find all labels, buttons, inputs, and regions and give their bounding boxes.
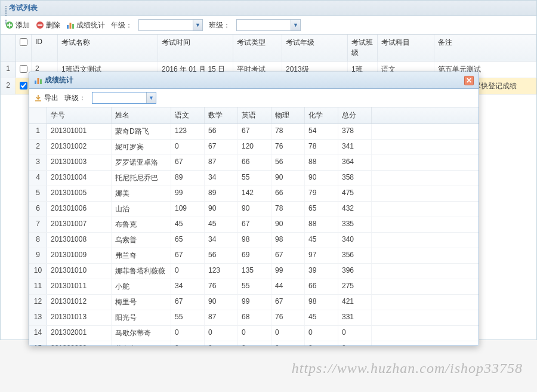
col-class[interactable]: 考试班级 bbox=[348, 35, 378, 61]
col-sid[interactable]: 学号 bbox=[47, 107, 112, 124]
class-input[interactable] bbox=[237, 20, 291, 30]
table-row[interactable]: 2201301002妮可罗宾0671207678341 bbox=[29, 140, 479, 155]
cell-math: 76 bbox=[205, 279, 238, 294]
cell-name: 阳光号 bbox=[112, 310, 171, 325]
cell-name: 娜菲鲁塔利薇薇 bbox=[112, 264, 171, 279]
chevron-down-icon[interactable]: ▼ bbox=[146, 92, 156, 103]
cell-chemistry: 54 bbox=[305, 124, 338, 139]
table-row[interactable]: 7201301007布鲁克4545679088335 bbox=[29, 217, 479, 233]
cell-sid: 201301003 bbox=[47, 155, 112, 170]
table-row[interactable]: 12201301012梅里号6790996798421 bbox=[29, 295, 479, 310]
col-physics[interactable]: 物理 bbox=[271, 107, 305, 124]
add-button[interactable]: 添加 bbox=[5, 20, 30, 30]
dlg-class-combo[interactable]: ▼ bbox=[92, 92, 156, 104]
svg-rect-5 bbox=[35, 81, 36, 84]
col-id[interactable]: ID bbox=[32, 35, 58, 61]
close-button[interactable]: ✕ bbox=[464, 76, 474, 85]
cell-english: 55 bbox=[238, 171, 271, 186]
stats-button[interactable]: 成绩统计 bbox=[66, 20, 105, 30]
table-row[interactable]: 13201301013阳光号5587687645331 bbox=[29, 310, 479, 326]
dialog-header[interactable]: 成绩统计 ✕ bbox=[29, 72, 479, 89]
col-chinese[interactable]: 语文 bbox=[171, 107, 205, 124]
cell-chemistry: 66 bbox=[305, 279, 338, 294]
cell-english: 66 bbox=[238, 155, 271, 170]
chevron-down-icon[interactable]: ▼ bbox=[291, 20, 300, 30]
col-time[interactable]: 考试时间 bbox=[158, 35, 233, 61]
table-row[interactable]: 9201301009弗兰奇6756696797356 bbox=[29, 248, 479, 264]
export-button[interactable]: 导出 bbox=[34, 93, 58, 103]
cell-name: 布鲁克 bbox=[112, 217, 171, 232]
cell-chinese: 0 bbox=[171, 140, 205, 155]
cell-english: 67 bbox=[238, 124, 271, 139]
cell-english: 142 bbox=[238, 186, 271, 201]
table-row[interactable]: 15201302002范奥卡000000 bbox=[29, 341, 479, 345]
rownum: 7 bbox=[29, 217, 47, 232]
cell-physics: 67 bbox=[271, 248, 305, 263]
cell-math: 90 bbox=[205, 295, 238, 310]
cell-physics: 99 bbox=[271, 264, 305, 279]
col-math[interactable]: 数学 bbox=[205, 107, 238, 124]
delete-button[interactable]: 删除 bbox=[36, 20, 60, 30]
rownum: 9 bbox=[29, 248, 47, 263]
cell-math: 0 bbox=[205, 326, 238, 341]
cell-chinese: 123 bbox=[171, 124, 205, 139]
cell-chemistry: 90 bbox=[305, 171, 338, 186]
col-subject[interactable]: 考试科目 bbox=[378, 35, 434, 61]
cell-name: 妮可罗宾 bbox=[112, 140, 171, 155]
stats-label: 成绩统计 bbox=[76, 20, 105, 30]
cell-total: 396 bbox=[338, 264, 372, 279]
cell-chinese: 67 bbox=[171, 155, 205, 170]
cell-chemistry: 39 bbox=[305, 264, 338, 279]
table-row[interactable]: 5201301005娜美99891426679475 bbox=[29, 186, 479, 202]
cell-sid: 201301012 bbox=[47, 295, 112, 310]
class-combo[interactable]: ▼ bbox=[236, 19, 301, 31]
table-row[interactable]: 10201301010娜菲鲁塔利薇薇01231359939396 bbox=[29, 264, 479, 279]
svg-rect-2 bbox=[67, 25, 69, 29]
cell-english: 69 bbox=[238, 248, 271, 263]
main-toolbar: 添加 删除 成绩统计 年级： ▼ 班级： ▼ bbox=[1, 16, 536, 35]
cell-total: 331 bbox=[338, 310, 372, 325]
delete-icon bbox=[36, 21, 44, 29]
cell-chinese: 34 bbox=[171, 279, 205, 294]
class-label: 班级： bbox=[209, 20, 230, 30]
cell-total: 432 bbox=[338, 202, 372, 217]
cell-english: 55 bbox=[238, 279, 271, 294]
cell-physics: 66 bbox=[271, 186, 305, 201]
grade-combo[interactable]: ▼ bbox=[138, 19, 203, 31]
col-chemistry[interactable]: 化学 bbox=[305, 107, 338, 124]
cell-math: 87 bbox=[205, 155, 238, 170]
col-english[interactable]: 英语 bbox=[238, 107, 271, 124]
cell-english: 98 bbox=[238, 233, 271, 248]
cell-name: 小舵 bbox=[112, 279, 171, 294]
rownum: 15 bbox=[29, 341, 47, 345]
col-type[interactable]: 考试类型 bbox=[233, 35, 282, 61]
delete-label: 删除 bbox=[46, 20, 60, 30]
col-grade[interactable]: 考试年级 bbox=[282, 35, 348, 61]
chevron-down-icon[interactable]: ▼ bbox=[193, 20, 202, 30]
cell-english: 68 bbox=[238, 310, 271, 325]
cell-sid: 201302002 bbox=[47, 341, 112, 345]
grip-icon bbox=[5, 6, 7, 11]
add-label: 添加 bbox=[16, 20, 30, 30]
cell-chinese: 65 bbox=[171, 233, 205, 248]
col-total[interactable]: 总分 bbox=[338, 107, 372, 124]
cell-chinese: 45 bbox=[171, 217, 205, 232]
table-row[interactable]: 3201301003罗罗诺亚卓洛6787665688364 bbox=[29, 155, 479, 171]
col-remark[interactable]: 备注 bbox=[434, 35, 536, 61]
table-row[interactable]: 14201302001马歇尔蒂奇000000 bbox=[29, 326, 479, 341]
grade-input[interactable] bbox=[139, 20, 193, 30]
table-row[interactable]: 8201301008乌索普6534989845340 bbox=[29, 233, 479, 248]
table-row[interactable]: 11201301011小舵3476554466275 bbox=[29, 279, 479, 295]
cell-math: 34 bbox=[205, 233, 238, 248]
col-name[interactable]: 考试名称 bbox=[58, 35, 158, 61]
dlg-class-input[interactable] bbox=[92, 92, 146, 103]
cell-sid: 201301008 bbox=[47, 233, 112, 248]
table-row[interactable]: 1201301001蒙奇D路飞12356677854378 bbox=[29, 124, 479, 140]
table-row[interactable]: 6201301006山治10990907865432 bbox=[29, 202, 479, 217]
table-row[interactable]: 4201301004托尼托尼乔巴8934559090358 bbox=[29, 171, 479, 186]
col-checkbox[interactable] bbox=[16, 35, 32, 61]
svg-rect-7 bbox=[40, 79, 42, 84]
cell-math: 123 bbox=[205, 264, 238, 279]
score-grid-body[interactable]: 1201301001蒙奇D路飞123566778543782201301002妮… bbox=[29, 124, 479, 345]
col-sname[interactable]: 姓名 bbox=[112, 107, 171, 124]
